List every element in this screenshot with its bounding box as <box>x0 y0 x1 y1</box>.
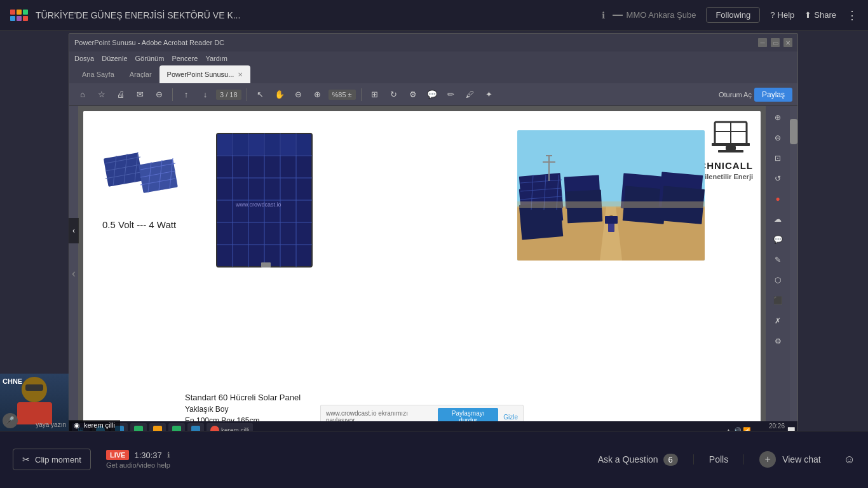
svg-text:www.crowdcast.io: www.crowdcast.io <box>235 201 281 208</box>
eraser-tool[interactable]: ✗ <box>769 312 787 330</box>
restore-button[interactable]: ▭ <box>771 38 780 47</box>
toolbar-print[interactable]: 🖨 <box>112 86 129 103</box>
bookmark-tool[interactable]: ● <box>769 190 787 208</box>
toolbar-pen[interactable]: 🖊 <box>462 86 478 103</box>
close-button[interactable]: ✕ <box>783 38 792 47</box>
toolbar-home[interactable]: ⌂ <box>74 86 91 103</box>
webcam-name-label: ◉ kerem çilli <box>69 420 120 431</box>
tab-close-icon[interactable]: ✕ <box>238 71 243 78</box>
image-tool[interactable]: ⬛ <box>769 292 787 309</box>
toolbar-next-page[interactable]: ↓ <box>197 86 214 103</box>
notification-icon[interactable]: ⬜ <box>787 427 795 431</box>
separator2 <box>247 88 247 101</box>
svg-rect-34 <box>265 134 280 155</box>
right-controls: Ask a Question 6 Polls + View chat ☺ <box>583 451 855 468</box>
toolbar-tools2[interactable]: ⚙ <box>405 86 421 103</box>
top-bar: TÜRKİYE'DE GÜNEŞ ENERJİSİ SEKTÖRÜ VE K..… <box>0 0 868 30</box>
clip-moment-button[interactable]: ✂ Clip moment <box>13 449 91 470</box>
print-tool[interactable]: ☁ <box>769 210 787 228</box>
comment-tool[interactable]: 💬 <box>769 231 787 248</box>
solar-farm-image <box>517 130 705 261</box>
live-help-text[interactable]: Get audio/video help <box>106 461 170 469</box>
fit-page-tool[interactable]: ⊡ <box>769 149 787 167</box>
shield-tool[interactable]: ⬡ <box>769 271 787 289</box>
hide-button[interactable]: Gizle <box>503 414 518 421</box>
highlight-tool[interactable]: ✎ <box>769 251 787 269</box>
ask-question-label[interactable]: Ask a Question <box>598 454 658 464</box>
view-chat-label[interactable]: View chat <box>782 454 820 464</box>
toolbar-zoom-plus[interactable]: ⊕ <box>309 86 326 103</box>
help-button[interactable]: ? Help <box>770 10 794 20</box>
title-info-icon[interactable]: ℹ <box>602 10 605 20</box>
toolbar-zoom-minus[interactable]: ⊖ <box>290 86 307 103</box>
menu-dosya[interactable]: Dosya <box>74 55 94 62</box>
rotate-tool[interactable]: ↺ <box>769 170 787 187</box>
scroll-thumb[interactable] <box>790 119 797 144</box>
polls-button[interactable]: Polls <box>693 454 744 464</box>
plus-icon[interactable]: + <box>759 451 776 468</box>
tab-araclar[interactable]: Araçlar <box>122 65 159 83</box>
webcam-feed: CHNE 🎤 yaya yazın <box>0 374 69 431</box>
following-button[interactable]: Following <box>706 7 760 23</box>
toolbar-zoom-out[interactable]: ⊖ <box>151 86 167 103</box>
tab-anasayfa[interactable]: Ana Sayfa <box>74 65 122 83</box>
toolbar-marker[interactable]: ✏ <box>443 86 459 103</box>
toolbar-fit[interactable]: ⊞ <box>367 86 383 103</box>
solar-panel-image: www.crowdcast.io <box>207 130 325 273</box>
menu-duzenle[interactable]: Düzenle <box>102 55 127 62</box>
svg-rect-3 <box>712 143 750 146</box>
zoom-in-tool[interactable]: ⊕ <box>769 109 787 126</box>
voltage-text: 0.5 Volt --- 4 Watt <box>102 219 176 230</box>
live-section: LIVE 1:30:37 ℹ Get audio/video help <box>106 450 170 469</box>
menu-gorunum[interactable]: Görünüm <box>135 55 165 62</box>
screen-share-area: CHNE 🎤 yaya yazın ‹ PowerPoint Sunusu - … <box>0 30 868 431</box>
page-indicator: 3 / 18 <box>216 90 241 100</box>
scroll-left-arrow[interactable]: ‹ <box>69 106 78 431</box>
toolbar-bookmark[interactable]: ☆ <box>93 86 110 103</box>
live-badge: LIVE <box>106 450 129 460</box>
mic-off-icon[interactable]: 🎤 <box>3 413 18 428</box>
win-task-folder[interactable] <box>149 423 166 431</box>
toolbar-select[interactable]: ↖ <box>252 86 269 103</box>
tab-powerpoint[interactable]: PowerPoint Sunusu... ✕ <box>159 65 251 83</box>
vertical-scrollbar[interactable] <box>790 106 797 431</box>
toolbar-email[interactable]: ✉ <box>132 86 148 103</box>
pdf-page: TECHNICALL Yenilenetilir Enerji <box>83 111 761 431</box>
options-button[interactable]: ⋮ <box>846 8 858 22</box>
win-task-kerem[interactable]: kerem çilli <box>207 423 253 431</box>
toolbar-stamp[interactable]: ✦ <box>481 86 498 103</box>
win-clock: 20:26 27.04.2020 <box>753 422 785 431</box>
win-task-word[interactable] <box>187 423 204 431</box>
tab-anasayfa-label: Ana Sayfa <box>82 71 114 78</box>
win-task-store[interactable] <box>130 423 147 431</box>
toolbar-prev-page[interactable]: ↑ <box>178 86 194 103</box>
zoom-out-tool[interactable]: ⊖ <box>769 129 787 147</box>
share-button[interactable]: ⬆ Share <box>804 10 836 20</box>
solar-cells-svg <box>102 143 185 213</box>
svg-rect-58 <box>608 223 614 232</box>
settings-tool[interactable]: ⚙ <box>769 332 787 350</box>
sidebar-collapse-arrow[interactable]: ‹ <box>69 218 79 243</box>
emoji-button[interactable]: ☺ <box>836 453 855 466</box>
mmo-label: MMO Ankara Şube <box>613 10 696 20</box>
mmo-dot-icon <box>613 15 623 16</box>
win-task-excel[interactable] <box>168 423 185 431</box>
menu-pencere[interactable]: Pencere <box>172 55 198 62</box>
zoom-level[interactable]: %85 ± <box>329 90 356 100</box>
toolbar-hand[interactable]: ✋ <box>271 86 288 103</box>
toolbar-comment[interactable]: 💬 <box>424 86 440 103</box>
view-chat-section[interactable]: + View chat <box>744 451 836 468</box>
svg-rect-36 <box>297 134 311 155</box>
svg-rect-32 <box>233 134 248 155</box>
menu-yardim[interactable]: Yardım <box>205 55 227 62</box>
ask-question-count: 6 <box>663 454 678 466</box>
main-content: CHNE 🎤 yaya yazın ‹ PowerPoint Sunusu - … <box>0 30 868 488</box>
minimize-button[interactable]: ─ <box>758 38 767 47</box>
separator3 <box>361 88 362 101</box>
acrobat-tab-bar: Ana Sayfa Araçlar PowerPoint Sunusu... ✕ <box>69 65 797 83</box>
solar-panel-svg: www.crowdcast.io <box>207 130 325 273</box>
app-logo <box>10 10 28 21</box>
live-info-icon[interactable]: ℹ <box>167 451 170 459</box>
paylas-button[interactable]: Paylaş <box>754 88 792 102</box>
toolbar-rotate[interactable]: ↻ <box>386 86 402 103</box>
